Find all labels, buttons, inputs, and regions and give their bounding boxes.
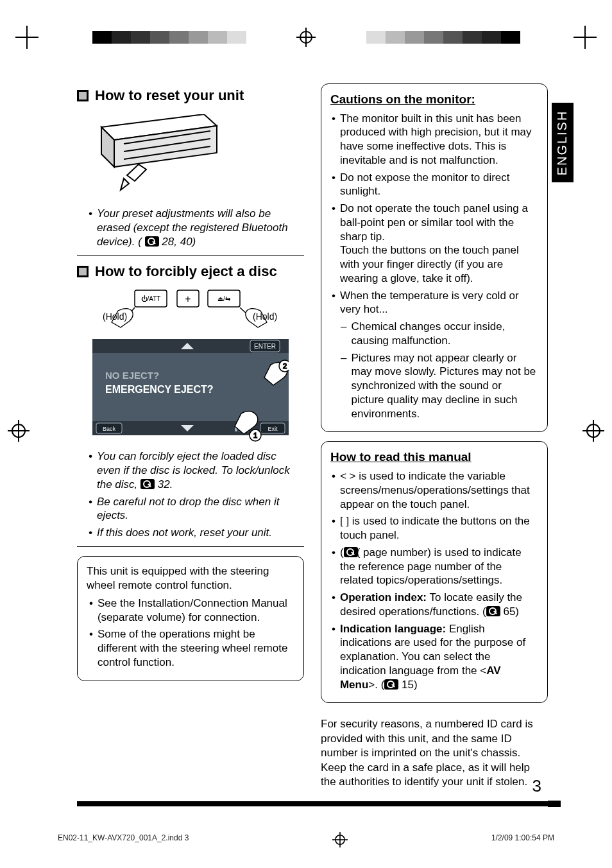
text: Pictures may not appear clearly or may m… [351, 351, 537, 421]
page-ref-icon [140, 479, 155, 489]
page-content: How to reset your unit Your preset adjus… [77, 83, 548, 791]
crop-mark-icon [574, 26, 597, 49]
steering-items: See the Installation/Connection Manual (… [87, 596, 294, 670]
language-tab: ENGLISH [552, 103, 574, 182]
text: < > is used to indicate the variable scr… [340, 469, 537, 511]
footer-rule [77, 801, 548, 806]
reset-notes: Your preset adjustments will also be era… [77, 207, 304, 248]
section-title-reset: How to reset your unit [77, 87, 304, 104]
howto-title: How to read this manual [330, 449, 538, 465]
list-item: The monitor built in this unit has been … [332, 112, 537, 168]
list-item: Indication language: English indications… [332, 622, 537, 692]
section-title-text: How to reset your unit [95, 87, 244, 104]
exit-label: Exit [268, 426, 278, 432]
list-item: [ ] is used to indicate the buttons on t… [332, 514, 537, 542]
text: [ ] is used to indicate the buttons on t… [340, 514, 537, 542]
registration-target-icon [300, 31, 312, 44]
list-item: See the Installation/Connection Manual (… [89, 596, 293, 625]
language-tab-label: ENGLISH [556, 110, 570, 175]
text: Do not expose the monitor to direct sunl… [340, 171, 537, 199]
howto-box: How to read this manual < > is used to i… [321, 441, 548, 703]
enter-label: ENTER [254, 343, 276, 350]
btn-eject-label: ⏏/⇆ [217, 295, 230, 302]
list-item: (( page number) is used to indicate the … [332, 546, 537, 587]
page-ref: 28, 40) [159, 236, 196, 248]
text: If this does not work, reset your unit. [97, 526, 272, 540]
text: Chemical changes occur inside, causing m… [351, 320, 537, 348]
list-item: Chemical changes occur inside, causing m… [341, 320, 537, 348]
tone-bars-icon [366, 31, 520, 44]
screen-line2: EMERGENCY EJECT? [105, 384, 214, 395]
cautions-box: Cautions on the monitor: The monitor bui… [321, 83, 548, 432]
cautions-title: Cautions on the monitor: [330, 92, 538, 108]
registration-target-icon [335, 835, 345, 845]
section-title-text: How to forcibly eject a disc [95, 263, 277, 280]
eject-note: If this does not work, reset your unit. [89, 526, 303, 540]
page-ref-icon [486, 606, 500, 616]
registration-target-icon [586, 424, 600, 438]
cautions-list: The monitor built in this unit has been … [330, 112, 538, 317]
security-note: For security reasons, a numbered ID card… [321, 717, 548, 789]
list-item: When the temperature is very cold or ver… [332, 289, 537, 317]
right-column: Cautions on the monitor: The monitor bui… [321, 83, 548, 791]
page-number: 3 [532, 776, 541, 796]
op-index-label: Operation index: [340, 591, 427, 603]
text: See the Installation/Connection Manual (… [98, 596, 293, 625]
eject-note: Be careful not to drop the disc when it … [89, 495, 303, 523]
list-item: Some of the operations might be differen… [89, 627, 293, 669]
steering-box: This unit is equipped with the steering … [77, 556, 304, 681]
eject-notes: You can forcibly eject the loaded disc e… [77, 449, 304, 540]
text: The monitor built in this unit has been … [340, 112, 537, 168]
slug-timestamp: 1/2/09 1:00:54 PM [491, 833, 554, 846]
text: >. ( [368, 679, 384, 691]
divider [77, 255, 304, 256]
btn-att-label: ⏻/ATT [141, 295, 161, 302]
left-column: How to reset your unit Your preset adjus… [77, 83, 304, 791]
reset-device-illustration [89, 114, 230, 198]
hold-label-left: (Hold) [103, 311, 127, 322]
slug-line: EN02-11_KW-AVX720_001A_2.indd 3 1/2/09 1… [58, 833, 554, 846]
page-ref: 15) [398, 679, 417, 691]
section-bullet-icon [77, 266, 89, 277]
text: Do not operate the touch panel using a b… [340, 202, 537, 286]
tone-bars-icon [92, 31, 246, 44]
list-item: < > is used to indicate the variable scr… [332, 469, 537, 511]
section-title-eject: How to forcibly eject a disc [77, 263, 304, 280]
divider [77, 546, 304, 547]
screen-line1: NO EJECT? [105, 370, 159, 381]
reset-note: Your preset adjustments will also be era… [89, 207, 303, 248]
svg-text:1: 1 [253, 431, 257, 439]
back-label: Back [103, 426, 116, 432]
steering-lead: This unit is equipped with the steering … [87, 564, 294, 593]
page-ref-icon [384, 679, 398, 690]
eject-buttons-illustration: ⏻/ATT + ⏏/⇆ (Hold) (Hold) [92, 285, 289, 333]
slug-file: EN02-11_KW-AVX720_001A_2.indd 3 [58, 833, 189, 846]
section-bullet-icon [77, 90, 89, 101]
text: You can forcibly eject the loaded disc e… [97, 450, 290, 490]
svg-text:2: 2 [283, 362, 287, 370]
page-ref-icon [145, 236, 159, 247]
page-ref-icon [344, 547, 358, 557]
page-ref: 65) [500, 605, 519, 618]
hold-label-right: (Hold) [253, 311, 277, 322]
registration-target-icon [12, 424, 26, 438]
list-item: Do not operate the touch panel using a b… [332, 202, 537, 286]
text: Be careful not to drop the disc when it … [97, 495, 303, 523]
list-item: Operation index: To locate easily the de… [332, 591, 537, 619]
text: Some of the operations might be differen… [98, 627, 293, 669]
ind-lang-label: Indication language: [340, 623, 446, 635]
list-item: Pictures may not appear clearly or may m… [341, 351, 537, 421]
page-ref: 32. [155, 478, 173, 490]
eject-note: You can forcibly eject the loaded disc e… [89, 449, 303, 491]
btn-plus-label: + [185, 293, 191, 304]
text: ( page number) is used to indicate the r… [340, 546, 522, 587]
text: When the temperature is very cold or ver… [340, 289, 537, 317]
howto-list: < > is used to indicate the variable scr… [330, 469, 538, 691]
eject-screen-illustration: ENTER Back Exit NO EJECT? EMERGENCY EJEC… [92, 339, 289, 442]
list-item: Do not expose the monitor to direct sunl… [332, 171, 537, 199]
cautions-sublist: Chemical changes occur inside, causing m… [330, 320, 538, 421]
registration-marks-top [0, 26, 612, 49]
crop-mark-icon [15, 26, 38, 49]
